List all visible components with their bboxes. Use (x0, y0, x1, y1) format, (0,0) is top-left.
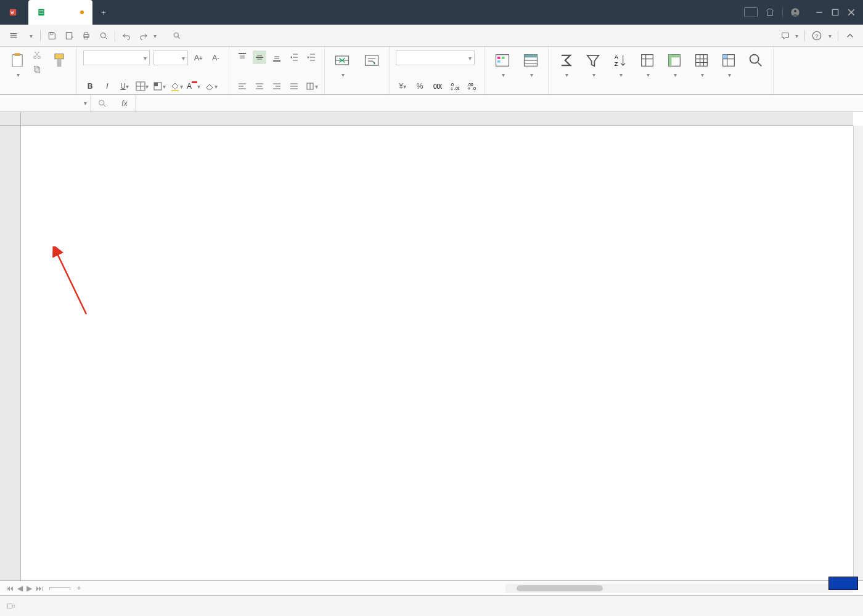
italic-icon[interactable]: I (100, 79, 114, 93)
command-search[interactable] (173, 31, 184, 40)
status-record-icon[interactable] (6, 601, 16, 611)
vertical-scrollbar[interactable] (853, 126, 863, 580)
print-preview-icon[interactable] (62, 28, 76, 43)
svg-rect-94 (669, 55, 681, 58)
increase-font-icon[interactable]: A+ (192, 51, 205, 65)
hamburger-menu-icon[interactable] (6, 28, 21, 43)
row-col-button[interactable] (663, 51, 685, 80)
add-sheet-button[interactable]: ＋ (70, 583, 88, 593)
svg-rect-40 (171, 90, 179, 91)
percent-icon[interactable]: % (413, 79, 427, 93)
align-left-icon[interactable] (235, 79, 249, 93)
fill-color-icon[interactable] (170, 79, 183, 93)
horizontal-scrollbar[interactable] (505, 584, 853, 593)
svg-text:.00: .00 (454, 86, 459, 91)
sort-button[interactable]: AZ (609, 51, 631, 80)
indent-increase-icon[interactable] (305, 51, 318, 64)
format-menu-button[interactable] (636, 51, 658, 80)
row-headers[interactable] (0, 126, 21, 580)
collapse-ribbon-icon[interactable] (845, 30, 856, 41)
svg-point-21 (174, 33, 178, 37)
worksheet-button[interactable] (690, 51, 713, 80)
print-icon[interactable] (79, 28, 94, 43)
align-center-icon[interactable] (253, 79, 266, 93)
column-headers[interactable] (21, 112, 853, 126)
number-format-combo[interactable] (396, 51, 475, 65)
border-icon[interactable] (135, 79, 149, 93)
autosum-button[interactable] (555, 51, 577, 80)
font-color-icon[interactable]: A (187, 79, 200, 93)
sheet-tab-sheet1[interactable] (49, 587, 70, 590)
conditional-format-button[interactable] (491, 51, 513, 80)
fx-icon[interactable]: fx (113, 99, 136, 108)
font-size-combo[interactable] (153, 51, 188, 65)
bold-icon[interactable]: B (83, 79, 97, 93)
undo-icon[interactable] (119, 28, 134, 43)
sheet-nav-last-icon[interactable]: ⏭ (36, 584, 43, 593)
skin-icon[interactable] (765, 7, 775, 17)
filter-button[interactable] (582, 51, 604, 80)
maximize-button[interactable] (831, 8, 840, 17)
thousand-sep-icon[interactable]: 000 (430, 79, 444, 93)
clear-format-icon[interactable] (204, 79, 218, 93)
find-replace-button[interactable] (745, 51, 767, 71)
svg-rect-81 (502, 57, 505, 59)
indent-decrease-icon[interactable] (287, 51, 301, 64)
align-top-icon[interactable] (235, 51, 249, 64)
justify-icon[interactable] (287, 79, 301, 93)
menubar: ? (0, 25, 863, 47)
svg-rect-25 (12, 55, 22, 67)
cell-style-icon[interactable] (152, 79, 166, 93)
user-avatar-icon[interactable] (790, 7, 800, 17)
comment-button[interactable] (780, 31, 798, 41)
align-middle-icon[interactable] (253, 51, 266, 64)
notification-badge[interactable] (744, 7, 758, 17)
svg-rect-31 (34, 66, 38, 71)
formula-input[interactable] (136, 95, 863, 111)
minimize-button[interactable] (815, 8, 824, 17)
font-name-combo[interactable] (83, 51, 150, 65)
svg-rect-84 (525, 55, 538, 58)
name-box[interactable]: ▾ (0, 95, 91, 111)
paste-button[interactable] (6, 51, 28, 80)
increase-decimal-icon[interactable]: .0.00 (448, 79, 461, 93)
qat-dropdown[interactable] (153, 31, 157, 40)
status-bar (0, 595, 863, 616)
align-right-icon[interactable] (270, 79, 284, 93)
wrap-text-button[interactable] (361, 51, 383, 71)
decrease-decimal-icon[interactable]: .00.0 (465, 79, 478, 93)
decrease-font-icon[interactable]: A- (209, 51, 223, 65)
new-tab-button[interactable]: ＋ (92, 0, 115, 25)
merge-center-button[interactable] (331, 51, 353, 80)
sheet-nav-prev-icon[interactable]: ◀ (17, 584, 23, 593)
svg-line-22 (178, 36, 180, 38)
insert-function-icon[interactable] (91, 99, 113, 108)
tab-workbook1[interactable] (28, 0, 92, 25)
ribbon: A+ A- B I U A (0, 47, 863, 95)
redo-icon[interactable] (136, 28, 151, 43)
svg-rect-95 (696, 55, 708, 67)
help-icon[interactable]: ? (811, 30, 822, 41)
select-all-corner[interactable] (0, 112, 21, 126)
preview-icon[interactable] (96, 28, 111, 43)
sheet-nav-next-icon[interactable]: ▶ (27, 584, 32, 593)
svg-rect-1 (38, 9, 44, 16)
orientation-icon[interactable] (305, 79, 318, 93)
sheet-tab-bar: ⏮ ◀ ▶ ⏭ ＋ (0, 580, 863, 595)
svg-rect-39 (154, 83, 158, 86)
svg-text:.0: .0 (450, 83, 454, 87)
sheet-nav-first-icon[interactable]: ⏮ (6, 584, 14, 593)
currency-icon[interactable]: ¥ (396, 79, 409, 93)
cut-button[interactable] (32, 51, 44, 60)
table-style-button[interactable] (520, 51, 542, 80)
underline-icon[interactable]: U (118, 79, 131, 93)
align-bottom-icon[interactable] (270, 51, 284, 64)
copy-button[interactable] (32, 64, 44, 74)
freeze-panes-button[interactable] (718, 51, 740, 80)
close-button[interactable] (847, 8, 856, 17)
cell-area[interactable] (21, 126, 853, 580)
save-icon[interactable] (44, 28, 59, 43)
file-menu[interactable] (23, 28, 36, 43)
spreadsheet-grid[interactable] (0, 112, 863, 580)
format-painter-button[interactable] (48, 51, 70, 71)
